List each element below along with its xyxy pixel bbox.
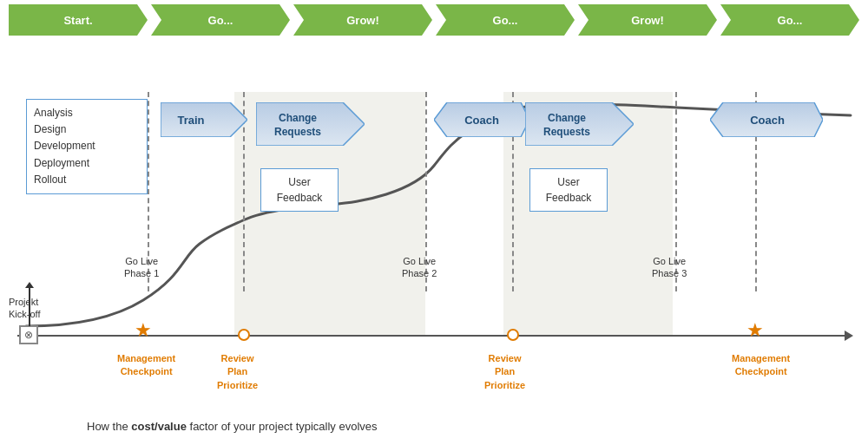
banner-grow1: Grow! bbox=[293, 4, 432, 36]
svg-text:Train: Train bbox=[177, 114, 204, 127]
top-banner: Start. Go... Grow! Go... Grow! Go... bbox=[0, 0, 868, 40]
circle-marker-2 bbox=[507, 329, 519, 341]
star-marker-2: ★ bbox=[746, 319, 764, 342]
svg-text:Coach: Coach bbox=[464, 114, 499, 127]
banner-start: Start. bbox=[9, 4, 148, 36]
design-line: Design bbox=[34, 123, 66, 135]
svg-text:Requests: Requests bbox=[543, 126, 590, 138]
banner-go3: Go... bbox=[720, 4, 859, 36]
kickoff-vertical-arrow bbox=[29, 287, 30, 326]
uf1-text: UserFeedback bbox=[277, 176, 323, 204]
kickoff-x-marker: ⊗ bbox=[19, 325, 38, 344]
svg-text:Change: Change bbox=[548, 112, 586, 124]
circle-marker-1 bbox=[238, 329, 250, 341]
go-live-1-label: Go LivePhase 1 bbox=[124, 255, 159, 280]
mgmt-checkpoint-1-label: ManagementCheckpoint bbox=[117, 352, 175, 379]
bottom-text: How the cost/value factor of your projec… bbox=[87, 420, 378, 433]
kickoff-label: ProjektKick-off bbox=[9, 296, 40, 321]
banner-grow2: Grow! bbox=[578, 4, 717, 36]
svg-text:Coach: Coach bbox=[750, 114, 785, 127]
svg-marker-2 bbox=[256, 102, 365, 146]
analysis-box: Analysis Design Development Deployment R… bbox=[26, 99, 148, 194]
deployment-line: Deployment bbox=[34, 157, 89, 169]
review-plan-2-label: ReviewPlanPrioritize bbox=[484, 352, 525, 392]
user-feedback-2: UserFeedback bbox=[529, 168, 608, 212]
bottom-text-start: How the bbox=[87, 420, 131, 433]
svg-text:Change: Change bbox=[279, 112, 317, 124]
change-requests-1-shape: Change Requests bbox=[256, 102, 356, 137]
coach-2-shape: Coach bbox=[710, 102, 823, 137]
bottom-text-end: factor of your project typically evolves bbox=[187, 420, 378, 433]
banner-go2: Go... bbox=[436, 4, 575, 36]
user-feedback-1: UserFeedback bbox=[260, 168, 339, 212]
train-shape: Train bbox=[161, 102, 239, 137]
development-line: Development bbox=[34, 140, 95, 152]
banner-go1: Go... bbox=[151, 4, 290, 36]
diagram-area: Analysis Design Development Deployment R… bbox=[0, 40, 868, 445]
coach-1-shape: Coach bbox=[434, 102, 521, 137]
mgmt-checkpoint-2-label: ManagementCheckpoint bbox=[732, 352, 790, 379]
go-live-3-label: Go LivePhase 3 bbox=[652, 255, 687, 280]
svg-marker-7 bbox=[525, 102, 634, 146]
go-live-2-label: Go LivePhase 2 bbox=[402, 255, 437, 280]
rollout-line: Rollout bbox=[34, 173, 66, 186]
change-requests-2-shape: Change Requests bbox=[525, 102, 625, 137]
star-marker-1: ★ bbox=[135, 319, 152, 342]
analysis-line1: Analysis bbox=[34, 107, 73, 119]
svg-text:Requests: Requests bbox=[274, 126, 321, 138]
bottom-text-bold: cost/value bbox=[131, 420, 187, 433]
review-plan-1-label: ReviewPlanPrioritize bbox=[217, 352, 258, 392]
uf2-text: UserFeedback bbox=[546, 176, 592, 204]
